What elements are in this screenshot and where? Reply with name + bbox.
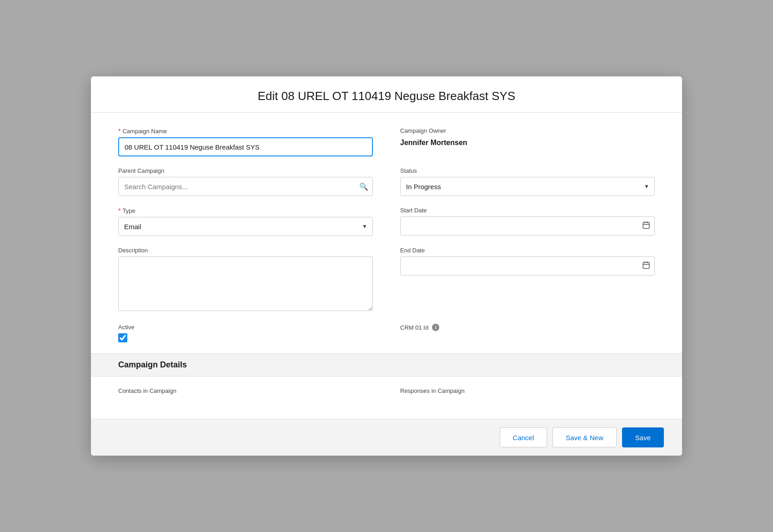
cancel-button[interactable]: Cancel <box>500 427 547 447</box>
status-select-wrapper: In Progress Planning Completed Aborted ▼ <box>400 177 655 196</box>
section-title: Campaign Details <box>118 360 187 369</box>
modal-title: Edit 08 UREL OT 110419 Neguse Breakfast … <box>109 89 664 103</box>
modal-footer: Cancel Save & New Save <box>91 419 682 456</box>
campaign-details-section-header: Campaign Details <box>91 353 682 376</box>
type-select-wrapper: Email Webinar Conference Direct Mail Oth… <box>118 217 373 236</box>
end-date-col: End Date <box>400 247 655 313</box>
modal-header: Edit 08 UREL OT 110419 Neguse Breakfast … <box>91 76 682 113</box>
campaign-owner-label: Campaign Owner <box>400 127 655 134</box>
campaign-name-required: * <box>118 127 120 135</box>
start-date-wrapper <box>400 216 655 236</box>
contacts-label: Contacts in Campaign <box>118 387 373 394</box>
status-select[interactable]: In Progress Planning Completed Aborted <box>400 177 655 196</box>
description-label: Description <box>118 247 373 254</box>
form-row-1: * Campaign Name Campaign Owner Jennifer … <box>118 127 655 156</box>
edit-campaign-modal: Edit 08 UREL OT 110419 Neguse Breakfast … <box>91 76 682 456</box>
save-new-button[interactable]: Save & New <box>552 427 617 447</box>
responses-label: Responses in Campaign <box>400 387 655 394</box>
parent-campaign-input[interactable] <box>118 177 373 196</box>
contacts-col: Contacts in Campaign <box>118 387 373 397</box>
modal-body: * Campaign Name Campaign Owner Jennifer … <box>91 113 682 419</box>
parent-campaign-label: Parent Campaign <box>118 167 373 174</box>
description-col: Description <box>118 247 373 313</box>
status-label: Status <box>400 167 655 174</box>
type-select[interactable]: Email Webinar Conference Direct Mail Oth… <box>118 217 373 236</box>
type-label: * Type <box>118 207 373 214</box>
start-date-input[interactable] <box>400 216 655 236</box>
active-checkbox[interactable] <box>118 333 127 342</box>
form-row-2: Parent Campaign 🔍 Status In Progress Pla… <box>118 167 655 196</box>
campaign-name-col: * Campaign Name <box>118 127 373 156</box>
campaign-owner-col: Campaign Owner Jennifer Mortensen <box>400 127 655 156</box>
campaign-name-label: * Campaign Name <box>118 127 373 135</box>
section-row-1: Contacts in Campaign Responses in Campai… <box>118 387 655 397</box>
end-date-input[interactable] <box>400 256 655 276</box>
crm-id-label: CRM 01 Id i <box>400 324 655 331</box>
type-required: * <box>118 207 120 214</box>
active-col: Active <box>118 324 373 342</box>
form-row-3: * Type Email Webinar Conference Direct M… <box>118 207 655 236</box>
end-date-label: End Date <box>400 247 655 254</box>
active-checkbox-wrapper <box>118 333 373 342</box>
description-textarea[interactable] <box>118 256 373 311</box>
search-wrapper: 🔍 <box>118 177 373 196</box>
form-row-5: Active CRM 01 Id i <box>118 324 655 342</box>
campaign-name-input[interactable] <box>118 137 373 156</box>
status-col: Status In Progress Planning Completed Ab… <box>400 167 655 196</box>
section-body: Contacts in Campaign Responses in Campai… <box>118 376 655 397</box>
responses-col: Responses in Campaign <box>400 387 655 397</box>
save-button[interactable]: Save <box>622 427 664 447</box>
modal-overlay: Edit 08 UREL OT 110419 Neguse Breakfast … <box>0 0 773 532</box>
end-date-wrapper <box>400 256 655 276</box>
crm-id-col: CRM 01 Id i <box>400 324 655 342</box>
campaign-owner-value: Jennifer Mortensen <box>400 137 655 147</box>
active-label: Active <box>118 324 373 331</box>
parent-campaign-col: Parent Campaign 🔍 <box>118 167 373 196</box>
form-row-4: Description End Date <box>118 247 655 313</box>
start-date-col: Start Date <box>400 207 655 236</box>
start-date-label: Start Date <box>400 207 655 214</box>
type-col: * Type Email Webinar Conference Direct M… <box>118 207 373 236</box>
crm-id-info-icon[interactable]: i <box>432 324 439 331</box>
